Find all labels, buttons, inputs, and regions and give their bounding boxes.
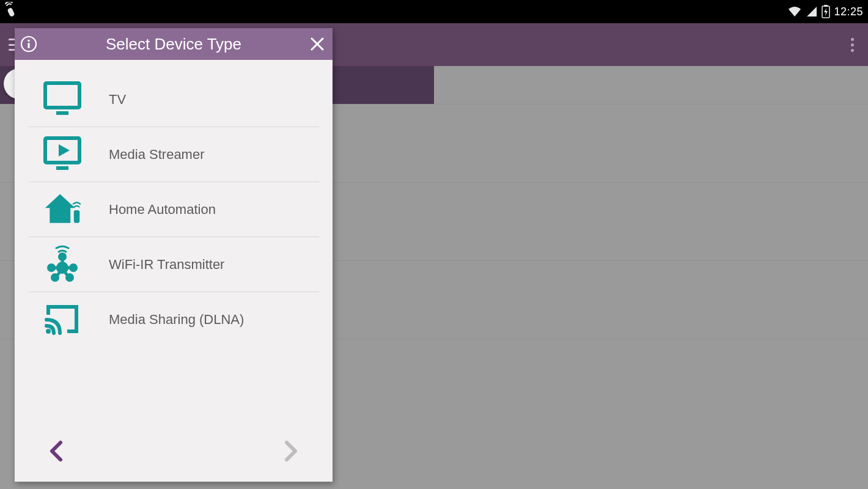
device-type-label: TV (109, 92, 126, 108)
device-type-list: TV Media Streamer Home Au (15, 60, 333, 427)
svg-line-21 (65, 272, 67, 275)
svg-point-12 (58, 252, 67, 261)
device-type-label: WiFi-IR Transmitter (109, 257, 224, 273)
back-button[interactable] (44, 439, 68, 463)
wifi-ir-icon (43, 246, 82, 284)
wifi-icon (787, 6, 802, 18)
svg-rect-0 (7, 7, 15, 17)
cell-signal-icon (806, 6, 818, 18)
svg-rect-2 (824, 5, 828, 7)
svg-rect-10 (74, 210, 79, 222)
dialog-header: Select Device Type (15, 28, 333, 60)
device-type-wifi-ir-transmitter[interactable]: WiFi-IR Transmitter (28, 237, 319, 292)
overflow-menu-button[interactable] (845, 32, 859, 57)
remote-status-icon (5, 2, 18, 22)
home-automation-icon (43, 191, 82, 229)
svg-rect-5 (28, 43, 29, 48)
svg-line-20 (57, 272, 60, 275)
svg-point-13 (47, 263, 56, 272)
device-type-label: Media Sharing (DLNA) (109, 312, 244, 328)
cast-icon (43, 301, 82, 339)
svg-rect-9 (56, 166, 68, 170)
dialog-title: Select Device Type (106, 35, 241, 54)
info-button[interactable] (18, 34, 39, 54)
clock: 12:25 (834, 6, 863, 18)
svg-rect-7 (56, 111, 68, 115)
device-type-tv[interactable]: TV (28, 72, 319, 127)
device-type-home-automation[interactable]: Home Automation (28, 182, 319, 237)
next-button[interactable] (279, 439, 303, 463)
media-streamer-icon (43, 136, 82, 174)
svg-point-14 (69, 263, 78, 272)
status-bar: 12:25 (0, 0, 868, 23)
dialog-footer (15, 427, 333, 482)
device-type-media-sharing-dlna[interactable]: Media Sharing (DLNA) (28, 292, 319, 347)
tv-icon (43, 81, 82, 119)
battery-charging-icon (822, 5, 830, 18)
svg-rect-6 (45, 83, 79, 108)
close-button[interactable] (307, 34, 328, 54)
device-type-label: Home Automation (109, 202, 216, 218)
svg-point-4 (28, 40, 30, 42)
device-type-label: Media Streamer (109, 147, 205, 163)
device-type-media-streamer[interactable]: Media Streamer (28, 127, 319, 182)
select-device-type-dialog: Select Device Type TV (15, 28, 333, 482)
svg-point-22 (46, 329, 51, 334)
